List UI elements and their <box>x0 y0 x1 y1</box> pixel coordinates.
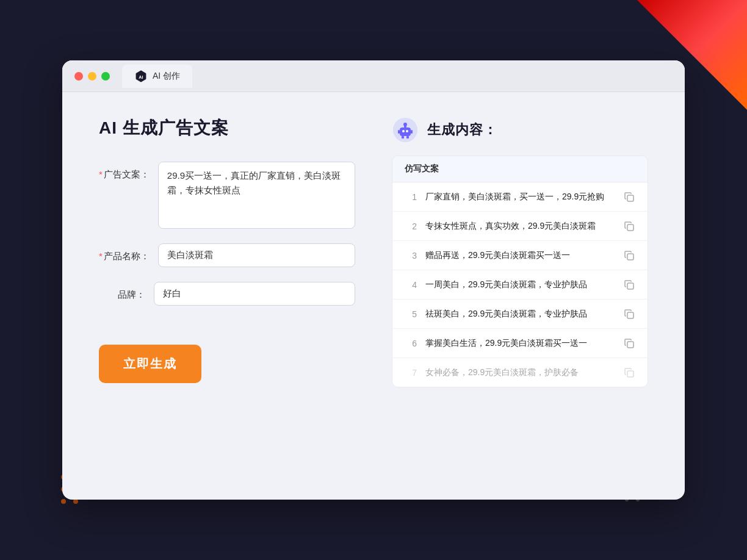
svg-rect-13 <box>627 254 633 260</box>
copy-icon[interactable] <box>623 220 635 232</box>
copy-icon[interactable] <box>623 249 635 262</box>
svg-rect-3 <box>402 130 405 132</box>
svg-rect-11 <box>627 195 633 201</box>
ai-tab-icon: AI <box>134 70 148 83</box>
svg-text:AI: AI <box>139 74 143 79</box>
svg-rect-15 <box>627 312 633 318</box>
table-row: 2 专抹女性斑点，真实功效，29.9元美白淡斑霜 <box>392 212 648 241</box>
product-name-input[interactable] <box>158 243 355 267</box>
browser-titlebar: AI AI 创作 <box>62 60 685 92</box>
form-row-product-name: *产品名称： <box>99 243 355 267</box>
row-number: 4 <box>405 280 417 290</box>
traffic-lights <box>74 72 110 81</box>
product-name-label: *产品名称： <box>99 243 158 262</box>
row-number: 2 <box>405 221 417 231</box>
copy-icon[interactable] <box>623 367 635 379</box>
browser-window: AI AI 创作 AI 生成广告文案 *广告文案： 29.9买一送一，真正的厂家… <box>62 60 685 500</box>
svg-rect-2 <box>400 127 411 136</box>
required-star-2: * <box>99 251 103 261</box>
browser-content: AI 生成广告文案 *广告文案： 29.9买一送一，真正的厂家直销，美白淡斑霜，… <box>62 92 685 412</box>
copy-icon[interactable] <box>623 191 635 203</box>
row-text: 祛斑美白，29.9元美白淡斑霜，专业护肤品 <box>425 307 615 320</box>
browser-tab[interactable]: AI AI 创作 <box>122 65 192 88</box>
svg-rect-17 <box>627 371 633 377</box>
right-title: 生成内容： <box>427 121 497 139</box>
required-star-1: * <box>99 169 103 179</box>
brand-input[interactable] <box>154 282 355 306</box>
tab-title-text: AI 创作 <box>153 71 180 82</box>
row-text: 赠品再送，29.9元美白淡斑霜买一送一 <box>425 249 615 262</box>
robot-icon <box>392 117 419 143</box>
copy-icon[interactable] <box>623 337 635 350</box>
results-header: 仿写文案 <box>392 156 648 182</box>
form-row-ad-copy: *广告文案： 29.9买一送一，真正的厂家直销，美白淡斑霜，专抹女性斑点 <box>99 162 355 229</box>
table-row: 5 祛斑美白，29.9元美白淡斑霜，专业护肤品 <box>392 300 648 329</box>
left-panel: AI 生成广告文案 *广告文案： 29.9买一送一，真正的厂家直销，美白淡斑霜，… <box>99 117 355 387</box>
copy-icon[interactable] <box>623 279 635 291</box>
svg-rect-7 <box>398 130 400 134</box>
row-text: 厂家直销，美白淡斑霜，买一送一，29.9元抢购 <box>425 190 615 203</box>
copy-icon[interactable] <box>623 308 635 320</box>
traffic-light-green[interactable] <box>101 72 110 81</box>
svg-rect-14 <box>627 283 633 289</box>
row-number: 1 <box>405 192 417 202</box>
svg-rect-4 <box>406 130 408 132</box>
svg-point-6 <box>403 123 407 126</box>
row-number: 3 <box>405 251 417 260</box>
row-number: 7 <box>405 368 417 378</box>
row-number: 6 <box>405 339 417 348</box>
table-row: 4 一周美白，29.9元美白淡斑霜，专业护肤品 <box>392 270 648 300</box>
ad-copy-label: *广告文案： <box>99 162 158 181</box>
table-row: 7 女神必备，29.9元美白淡斑霜，护肤必备 <box>392 358 648 387</box>
page-title: AI 生成广告文案 <box>99 117 355 140</box>
right-panel: 生成内容： 仿写文案 1 厂家直销，美白淡斑霜，买一送一，29.9元抢购 2 专… <box>392 117 648 387</box>
row-text: 一周美白，29.9元美白淡斑霜，专业护肤品 <box>425 278 615 291</box>
ad-copy-input[interactable]: 29.9买一送一，真正的厂家直销，美白淡斑霜，专抹女性斑点 <box>158 162 355 229</box>
svg-rect-8 <box>411 130 413 134</box>
svg-rect-9 <box>402 136 404 138</box>
traffic-light-yellow[interactable] <box>88 72 96 81</box>
right-header: 生成内容： <box>392 117 648 143</box>
svg-rect-12 <box>627 224 633 231</box>
traffic-light-red[interactable] <box>74 72 83 81</box>
row-text: 掌握美白生活，29.9元美白淡斑霜买一送一 <box>425 337 615 350</box>
results-table: 仿写文案 1 厂家直销，美白淡斑霜，买一送一，29.9元抢购 2 专抹女性斑点，… <box>392 156 648 387</box>
row-text: 女神必备，29.9元美白淡斑霜，护肤必备 <box>425 366 615 379</box>
table-row: 1 厂家直销，美白淡斑霜，买一送一，29.9元抢购 <box>392 182 648 212</box>
row-text: 专抹女性斑点，真实功效，29.9元美白淡斑霜 <box>425 220 615 232</box>
svg-rect-10 <box>406 136 409 138</box>
form-row-brand: 品牌： <box>99 282 355 306</box>
row-number: 5 <box>405 309 417 319</box>
svg-rect-16 <box>627 342 633 348</box>
brand-label: 品牌： <box>99 282 154 301</box>
generate-button[interactable]: 立即生成 <box>99 345 201 383</box>
table-row: 6 掌握美白生活，29.9元美白淡斑霜买一送一 <box>392 329 648 358</box>
table-row: 3 赠品再送，29.9元美白淡斑霜买一送一 <box>392 241 648 270</box>
